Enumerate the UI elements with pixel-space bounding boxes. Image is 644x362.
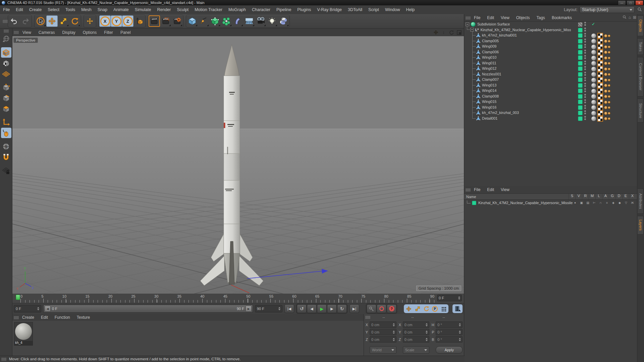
object-row[interactable]: Wing011	[464, 60, 638, 66]
lock-toggle[interactable]: ∩	[597, 201, 604, 204]
uvw-tag-icon[interactable]	[597, 94, 603, 100]
layer-toggle[interactable]	[578, 88, 583, 93]
mat-menu-create[interactable]: Create	[19, 314, 38, 321]
solo-toggle[interactable]: ●	[572, 201, 578, 204]
autokeying-button[interactable]	[377, 304, 386, 313]
drag-handle[interactable]	[1, 358, 6, 361]
om-menu-tags[interactable]: Tags	[533, 14, 548, 21]
lm-menu-view[interactable]: View	[497, 186, 513, 193]
uvw-tag-icon[interactable]	[597, 99, 603, 105]
visibility-dots[interactable]	[584, 83, 586, 87]
material-tag-icon[interactable]	[591, 72, 596, 77]
render-picture-viewer-button[interactable]	[160, 15, 171, 27]
last-used-tool-button[interactable]	[84, 15, 96, 27]
om-home-icon[interactable]: ⌂	[629, 15, 631, 20]
checkmark-icon[interactable]: ✓	[592, 22, 595, 26]
coord-system-dropdown[interactable]: World	[370, 346, 396, 354]
phong-tag-icon[interactable]	[604, 112, 610, 115]
range-right-handle[interactable]: ▶	[246, 306, 252, 312]
lock-z-axis-button[interactable]: Z	[122, 15, 133, 27]
scale-tool-button[interactable]	[58, 15, 69, 27]
visibility-dots[interactable]	[584, 50, 586, 54]
object-row[interactable]: Lo Kinzhal_Kh_47M2_Nuclear_Capable_Hyper…	[464, 27, 638, 33]
position-x-field[interactable]: X0 cm	[365, 321, 396, 328]
om-search-icon[interactable]	[623, 15, 627, 20]
layer-toggle[interactable]	[578, 61, 583, 66]
visibility-dots[interactable]	[584, 72, 586, 76]
menu-edit[interactable]: Edit	[13, 5, 26, 14]
material-tag-icon[interactable]	[591, 39, 596, 44]
spline-pen-button[interactable]	[198, 15, 209, 27]
menu-sculpt[interactable]: Sculpt	[174, 5, 192, 14]
layer-toggle[interactable]	[578, 72, 583, 77]
visibility-dots[interactable]	[584, 44, 586, 48]
drag-handle[interactable]	[4, 29, 9, 33]
phong-tag-icon[interactable]	[604, 45, 610, 49]
om-menu-file[interactable]: File	[471, 14, 484, 21]
menu-render[interactable]: Render	[154, 5, 174, 14]
material-tag-icon[interactable]	[591, 66, 596, 72]
lm-menu-file[interactable]: File	[471, 186, 484, 193]
material-tag-icon[interactable]	[591, 83, 596, 88]
timeline-ruler[interactable]: 051015202530354045505560657075808590 0 F	[12, 294, 464, 303]
uvw-tag-icon[interactable]	[597, 105, 603, 111]
undo-button[interactable]	[8, 15, 20, 27]
key-scale-button[interactable]	[413, 305, 422, 312]
pan-view-icon[interactable]	[433, 29, 439, 35]
phong-tag-icon[interactable]	[604, 56, 610, 60]
mat-menu-texture[interactable]: Texture	[73, 314, 93, 321]
visibility-dots[interactable]	[584, 22, 586, 26]
tab-layers[interactable]: Layers	[638, 216, 644, 235]
collapse-icon[interactable]	[470, 28, 474, 32]
range-left-handle[interactable]: ◀	[45, 306, 51, 312]
menu-pipeline[interactable]: Pipeline	[273, 5, 294, 14]
menu-motion-tracker[interactable]: Motion Tracker	[192, 5, 225, 14]
object-row[interactable]: kh_47m2_kinzhal001	[464, 33, 638, 38]
menu-character[interactable]: Character	[249, 5, 273, 14]
preview-range-slider[interactable]: ◀0 F 90 F▶	[43, 305, 253, 313]
convert-icon[interactable]	[1, 34, 11, 44]
object-row[interactable]: Clamp008	[464, 94, 638, 99]
visibility-dots[interactable]	[584, 39, 586, 43]
range-end-field[interactable]: 90 F	[255, 305, 282, 312]
transform-mode-dropdown[interactable]: Scale	[403, 346, 430, 354]
phong-tag-icon[interactable]	[604, 117, 610, 120]
tab-attributes[interactable]: Attributes	[638, 188, 644, 214]
uvw-tag-icon[interactable]	[597, 83, 603, 88]
cluster-button[interactable]	[221, 15, 232, 27]
zoom-view-icon[interactable]: ↕	[441, 29, 446, 35]
phong-tag-icon[interactable]	[604, 84, 610, 87]
menu-script[interactable]: Script	[365, 5, 382, 14]
timeline-playhead[interactable]	[16, 295, 20, 300]
object-row[interactable]: Wing015	[464, 99, 638, 105]
menu-simulate[interactable]: Simulate	[132, 5, 154, 14]
uvw-tag-icon[interactable]	[597, 77, 603, 83]
om-menu-edit[interactable]: Edit	[484, 14, 497, 21]
go-to-start-button[interactable]: |◀	[284, 304, 294, 313]
spinner-icon[interactable]	[37, 307, 39, 310]
key-pla-button[interactable]	[439, 305, 448, 312]
edges-mode-icon[interactable]	[1, 93, 11, 103]
menu-file[interactable]: File	[0, 5, 13, 14]
size-y-field[interactable]: Y0 cm	[398, 329, 430, 335]
menu-tools[interactable]: Tools	[62, 5, 78, 14]
visibility-dots[interactable]	[584, 94, 586, 98]
position-z-field[interactable]: Z0 cm	[365, 336, 396, 343]
size-x-field[interactable]: X0 cm	[398, 321, 430, 328]
uvw-tag-icon[interactable]	[597, 39, 603, 44]
phong-tag-icon[interactable]	[604, 73, 610, 76]
material-tag-icon[interactable]	[591, 44, 596, 50]
layer-toggle[interactable]	[578, 100, 583, 104]
lock-workplane-icon[interactable]	[1, 165, 11, 176]
layer-toggle[interactable]	[578, 116, 583, 121]
menu-select[interactable]: Select	[45, 5, 62, 14]
model-mode-icon[interactable]	[1, 47, 11, 58]
key-position-button[interactable]	[405, 305, 413, 312]
visibility-dots[interactable]	[584, 77, 586, 81]
menu-3dtoall[interactable]: 3DToAll	[345, 5, 365, 14]
object-row[interactable]: Wing010	[464, 55, 638, 60]
python-button[interactable]	[278, 15, 289, 27]
rotation-h-field[interactable]: H0 °	[431, 321, 463, 328]
generators-toggle[interactable]: ◈	[610, 201, 616, 204]
previous-key-button[interactable]: ↺	[297, 304, 307, 313]
